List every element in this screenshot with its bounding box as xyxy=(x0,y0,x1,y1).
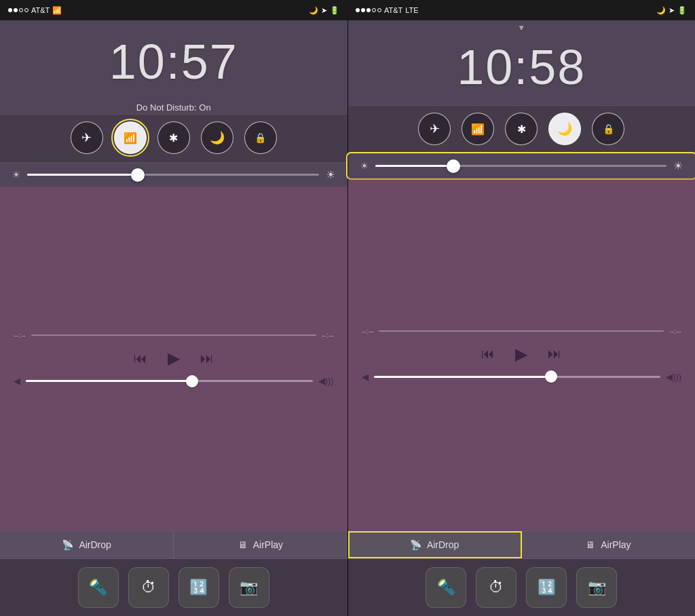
status-left-right: AT&T LTE xyxy=(356,6,419,14)
rdot4 xyxy=(372,8,376,12)
moon-icon-right: 🌙 xyxy=(656,6,666,15)
rewind-btn-right[interactable]: ⏮ xyxy=(481,346,495,362)
time-end-left: --:-- xyxy=(322,331,334,339)
time-row-right: --:-- --:-- xyxy=(362,327,682,335)
wifi-symbol-left: 📶 xyxy=(124,132,137,145)
donotdisturb-right[interactable]: 🌙 xyxy=(548,113,581,145)
airplane-mode-right[interactable]: ✈ xyxy=(418,113,451,145)
vol-thumb-right[interactable] xyxy=(545,370,557,383)
airdrop-icon-right: 📡 xyxy=(410,539,421,550)
chevron-indicator: ▼ xyxy=(348,20,696,33)
network-right: LTE xyxy=(405,6,418,14)
brightness-high-icon-right: ☀ xyxy=(673,159,683,172)
status-bar-right: AT&T LTE 🌙 ➤ 🔋 xyxy=(348,0,695,20)
time-track-right[interactable] xyxy=(379,330,664,332)
calculator-btn-left[interactable]: 🔢 xyxy=(179,567,219,608)
rdot3 xyxy=(367,8,371,12)
calculator-btn-right[interactable]: 🔢 xyxy=(526,567,567,608)
vol-fill-right xyxy=(374,376,552,378)
airdrop-btn-right[interactable]: 📡 AirDrop xyxy=(348,531,522,558)
status-left-left: AT&T 📶 xyxy=(8,6,62,15)
volume-row-right: ◀ ◀))) xyxy=(362,372,682,382)
vol-thumb-left[interactable] xyxy=(186,375,198,387)
brightness-track-right[interactable] xyxy=(375,165,667,167)
flashlight-btn-right[interactable]: 🔦 xyxy=(426,567,466,608)
airdrop-label-left: AirDrop xyxy=(79,539,111,550)
battery-left: 🔋 xyxy=(330,6,339,15)
brightness-thumb-left[interactable] xyxy=(131,168,145,182)
moon-btn-icon-right: 🌙 xyxy=(557,121,572,136)
airplane-mode-left[interactable]: ✈ xyxy=(71,121,103,154)
brightness-thumb-right[interactable] xyxy=(447,159,460,173)
share-row-right: 📡 AirDrop 🖥 AirPlay xyxy=(348,531,696,559)
status-bars: AT&T 📶 🌙 ➤ 🔋 AT&T LTE 🌙 ➤ 🔋 xyxy=(0,0,695,20)
status-right-right: 🌙 ➤ 🔋 xyxy=(656,6,687,15)
bluetooth-left[interactable]: ✱ xyxy=(157,121,190,154)
time-track-left[interactable] xyxy=(31,334,316,336)
status-bar-left: AT&T 📶 🌙 ➤ 🔋 xyxy=(0,0,348,20)
carrier-left: AT&T xyxy=(31,6,50,14)
brightness-fill-right xyxy=(375,165,454,167)
airdrop-label-right: AirDrop xyxy=(427,539,459,550)
media-controls-left: ⏮ ▶ ⏭ xyxy=(134,349,214,368)
brightness-slider-row-right: ☀ ☀ xyxy=(348,154,696,178)
timer-icon-left: ⏱ xyxy=(141,579,156,596)
calc-icon-right: 🔢 xyxy=(538,579,556,596)
flashlight-btn-left[interactable]: 🔦 xyxy=(78,567,119,608)
airplane-icon-right: ✈ xyxy=(430,121,440,136)
vol-track-right[interactable] xyxy=(374,376,661,378)
timer-btn-right[interactable]: ⏱ xyxy=(476,567,516,608)
dot2 xyxy=(14,8,18,12)
fastforward-btn-right[interactable]: ⏭ xyxy=(548,346,561,362)
camera-btn-right[interactable]: 📷 xyxy=(576,567,617,608)
media-controls-right: ⏮ ▶ ⏭ xyxy=(481,345,561,364)
airdrop-btn-left[interactable]: 📡 AirDrop xyxy=(0,531,174,558)
rotation-lock-right[interactable]: 🔒 xyxy=(592,113,624,145)
lock-icon-left: 🔒 xyxy=(255,132,266,143)
airplay-btn-left[interactable]: 🖥 AirPlay xyxy=(174,531,347,558)
play-btn-right[interactable]: ▶ xyxy=(515,345,527,364)
rdot1 xyxy=(356,8,360,12)
rewind-btn-left[interactable]: ⏮ xyxy=(134,351,147,366)
signal-dots-left xyxy=(8,8,29,12)
status-right-left: 🌙 ➤ 🔋 xyxy=(309,6,339,15)
brightness-high-icon-left: ☀ xyxy=(326,168,335,181)
time-start-left: --:-- xyxy=(14,331,26,339)
bluetooth-right[interactable]: ✱ xyxy=(505,113,538,145)
rdot5 xyxy=(377,8,381,12)
calc-icon-left: 🔢 xyxy=(189,579,208,596)
fastforward-btn-left[interactable]: ⏭ xyxy=(200,351,214,366)
controls-row-left: ✈ 📶 ✱ 🌙 🔒 xyxy=(0,114,348,163)
bluetooth-icon-left: ✱ xyxy=(169,132,178,145)
timer-btn-left[interactable]: ⏱ xyxy=(128,567,169,608)
wifi-button-right[interactable]: 📶 xyxy=(462,113,494,145)
dnd-text-left: Do Not Disturb: On xyxy=(0,100,348,114)
rotation-lock-left[interactable]: 🔒 xyxy=(244,121,277,154)
vol-low-icon-left: ◀ xyxy=(14,376,20,386)
play-btn-left[interactable]: ▶ xyxy=(168,349,180,368)
media-area-right: --:-- --:-- ⏮ ▶ ⏭ ◀ ◀))) xyxy=(348,178,696,531)
airdrop-icon-left: 📡 xyxy=(62,539,73,550)
clock-right: 10:58 xyxy=(348,33,696,105)
carrier-right: AT&T xyxy=(384,6,402,14)
camera-btn-left[interactable]: 📷 xyxy=(229,567,269,608)
main-area: 10:57 Do Not Disturb: On ✈ 📶 ✱ 🌙 🔒 ☀ xyxy=(0,20,695,616)
moon-icon-left: 🌙 xyxy=(309,6,318,15)
vol-track-left[interactable] xyxy=(26,380,313,382)
panel-left: 10:57 Do Not Disturb: On ✈ 📶 ✱ 🌙 🔒 ☀ xyxy=(0,20,348,616)
volume-row-left: ◀ ◀))) xyxy=(14,376,334,386)
brightness-track-left[interactable] xyxy=(27,174,319,176)
airplay-btn-right[interactable]: 🖥 AirPlay xyxy=(522,531,695,558)
clock-left: 10:57 xyxy=(0,20,348,100)
timer-icon-right: ⏱ xyxy=(489,579,504,596)
camera-icon-right: 📷 xyxy=(588,579,606,596)
wifi-button-left[interactable]: 📶 xyxy=(114,121,147,154)
flashlight-icon-right: 🔦 xyxy=(437,579,455,596)
donotdisturb-left[interactable]: 🌙 xyxy=(201,121,233,154)
airplay-label-left: AirPlay xyxy=(253,539,283,550)
dot1 xyxy=(8,8,12,12)
panel-right: ▼ 10:58 ✈ 📶 ✱ 🌙 🔒 ☀ xyxy=(348,20,696,616)
time-end-right: --:-- xyxy=(669,327,681,335)
vol-fill-left xyxy=(26,380,192,382)
airplay-icon-right: 🖥 xyxy=(586,539,595,550)
